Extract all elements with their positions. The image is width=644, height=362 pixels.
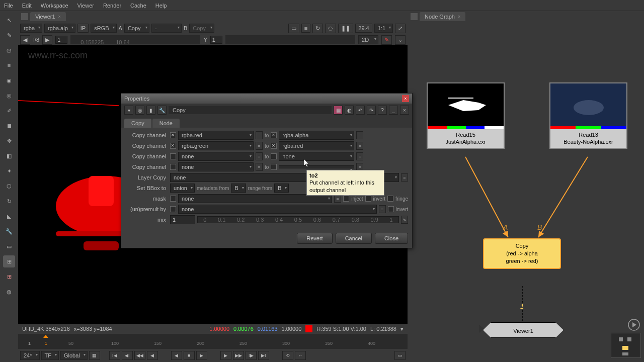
next-button[interactable]: ▶ xyxy=(42,35,52,45)
lut-select[interactable]: sRGB xyxy=(91,24,116,33)
anim-button[interactable]: = xyxy=(256,163,263,171)
tool-circle[interactable]: ◎ xyxy=(3,89,15,102)
tool-move[interactable]: ✥ xyxy=(3,135,15,147)
panel-icon[interactable] xyxy=(411,13,418,20)
tool-star[interactable]: ✦ xyxy=(3,165,15,177)
tc-loop[interactable]: ⟲ xyxy=(282,351,293,360)
tab-nodegraph[interactable]: Node Graph × xyxy=(420,12,465,21)
tool-hex[interactable]: ⬡ xyxy=(3,180,15,192)
tc-prev-key[interactable]: ◀I xyxy=(122,351,133,360)
anim-button[interactable]: = xyxy=(356,152,363,160)
tc-frame[interactable]: ▭ xyxy=(394,351,406,360)
tc-stop[interactable]: ■ xyxy=(184,351,195,360)
close-icon[interactable]: × xyxy=(402,95,409,102)
unpremult-select[interactable]: none xyxy=(178,205,377,214)
tc-play[interactable]: ▶ xyxy=(196,351,207,360)
tool-cube[interactable]: ◧ xyxy=(3,150,15,162)
chevron-down-icon[interactable]: ▾ xyxy=(400,326,404,332)
y-input[interactable] xyxy=(210,36,222,44)
frame-input[interactable] xyxy=(55,36,67,44)
anim-button[interactable]: = xyxy=(401,173,408,182)
close-button[interactable]: Close xyxy=(375,233,408,244)
lines-button[interactable]: ≡ xyxy=(301,24,310,33)
chevron-down-icon[interactable]: ▾ xyxy=(124,106,133,115)
menu-render[interactable]: Render xyxy=(103,3,121,9)
enable-checkbox[interactable] xyxy=(170,143,176,149)
enable-checkbox[interactable] xyxy=(170,164,176,170)
dialog-titlebar[interactable]: Properties × xyxy=(121,94,412,104)
fps-display[interactable]: 29.4 xyxy=(355,24,372,33)
enable-checkbox[interactable] xyxy=(170,132,176,138)
tool-grid2[interactable]: ⊞ xyxy=(3,270,15,283)
eyedrop-button[interactable]: ✎ xyxy=(381,35,392,45)
tool-draw[interactable]: ✎ xyxy=(3,29,15,41)
tc-prev[interactable]: ◀ xyxy=(147,351,158,360)
a-node-select[interactable]: Copy xyxy=(124,24,149,33)
menu-file[interactable]: File xyxy=(4,3,13,9)
menu-workspace[interactable]: Workspace xyxy=(41,3,68,9)
tool-misc[interactable]: ◍ xyxy=(3,286,15,298)
undo-icon[interactable]: ↶ xyxy=(356,106,365,115)
anim-button[interactable]: = xyxy=(356,131,363,139)
anim-button[interactable]: = xyxy=(256,131,263,139)
tool-stack[interactable]: ≣ xyxy=(3,120,15,132)
to-channel-select[interactable]: none xyxy=(279,152,354,161)
to-channel-select[interactable] xyxy=(279,165,354,168)
metadata-select[interactable]: B xyxy=(231,184,246,193)
chevron-button[interactable]: ⌄ xyxy=(395,35,406,45)
from-channel-select[interactable]: rgba.red xyxy=(178,131,254,140)
node-copy[interactable]: Copy (red -> alpha green -> red) xyxy=(483,238,561,269)
panel-icon[interactable] xyxy=(21,13,28,20)
anim-button[interactable]: = xyxy=(256,152,263,160)
global-select[interactable]: Global xyxy=(60,351,88,360)
enable-checkbox[interactable] xyxy=(271,132,277,138)
tool-time[interactable]: ◷ xyxy=(3,44,15,56)
loop-button[interactable]: ◌ xyxy=(325,24,336,33)
tool-wrench[interactable]: 🔧 xyxy=(3,225,15,237)
tc-step-back[interactable]: ◀◀ xyxy=(134,351,145,360)
fringe-checkbox[interactable] xyxy=(387,196,393,202)
contrast-icon[interactable]: ◐ xyxy=(345,106,354,115)
wipe-button[interactable]: ▭ xyxy=(288,24,299,33)
anim-button[interactable]: = xyxy=(334,195,341,203)
tool-tag[interactable]: ◣ xyxy=(3,210,15,222)
node-canvas[interactable]: Read15 JustAnAlpha.exr Read13 Beauty-NoA… xyxy=(408,22,644,362)
tab-node[interactable]: Node xyxy=(152,119,180,128)
fps-select[interactable]: 24* xyxy=(20,351,40,360)
target-icon[interactable]: ◎ xyxy=(135,106,144,115)
mix-input[interactable] xyxy=(170,215,195,224)
bbox-select[interactable]: union xyxy=(170,184,195,193)
refresh-button[interactable]: ↻ xyxy=(312,24,323,33)
lock-icon[interactable]: ▮ xyxy=(146,106,155,115)
from-channel-select[interactable]: rgba.green xyxy=(178,141,254,150)
cancel-button[interactable]: Cancel xyxy=(336,233,372,244)
tool-save-icon[interactable]: ▭ xyxy=(3,240,15,252)
tf-select[interactable]: TF xyxy=(41,351,59,360)
pause-button[interactable]: ❚❚ xyxy=(338,24,353,33)
channel-select[interactable]: rgba xyxy=(20,24,42,33)
to-channel-select[interactable]: rgba.red xyxy=(279,141,354,150)
x-ruler[interactable]: 0.158225 10 64 xyxy=(70,35,200,44)
tc-next[interactable]: ▶ xyxy=(220,351,231,360)
tool-grid[interactable]: ⊞ xyxy=(3,255,15,267)
curve-button[interactable]: ∿ xyxy=(401,216,408,224)
expand-button[interactable]: ⤢ xyxy=(395,24,406,33)
tc-step-fwd[interactable]: ▶▶ xyxy=(233,351,244,360)
a-dash[interactable]: - xyxy=(151,24,182,33)
tc-grid[interactable]: ▦ xyxy=(89,351,100,360)
ip-button[interactable]: IP xyxy=(77,24,89,33)
alpha-select[interactable]: rgba.alp xyxy=(44,24,75,33)
menu-cache[interactable]: Cache xyxy=(130,3,146,9)
menu-edit[interactable]: Edit xyxy=(22,3,32,9)
tab-viewer1[interactable]: Viewer1 × xyxy=(30,12,66,21)
tc-play-back[interactable]: ◀ xyxy=(171,351,182,360)
anim-button[interactable]: = xyxy=(379,205,386,213)
help-icon[interactable]: ? xyxy=(378,106,387,115)
minimize-icon[interactable]: _ xyxy=(389,106,398,115)
close-btn[interactable]: × xyxy=(400,106,409,115)
invert-checkbox[interactable] xyxy=(365,196,371,202)
prev-button[interactable]: ◀ xyxy=(20,35,30,45)
tool-edit[interactable]: ✐ xyxy=(3,105,15,117)
tool-cursor[interactable]: ↖ xyxy=(3,14,15,26)
tool-sphere[interactable]: ◉ xyxy=(3,74,15,86)
